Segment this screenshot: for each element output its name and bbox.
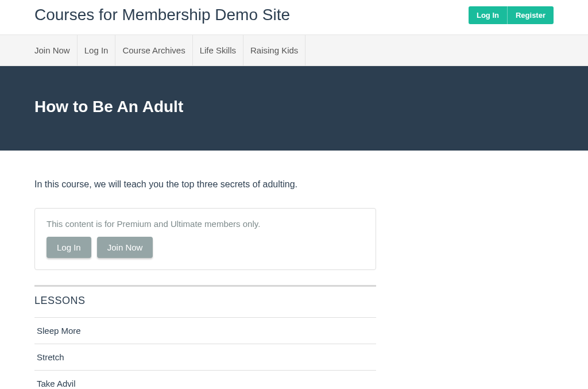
lesson-list: Sleep More Stretch Take Advil — [34, 317, 376, 389]
lesson-item[interactable]: Take Advil — [34, 371, 376, 389]
nav-item-join-now[interactable]: Join Now — [34, 35, 78, 66]
restricted-button-row: Log In Join Now — [47, 237, 364, 258]
site-title[interactable]: Courses for Membership Demo Site — [34, 6, 290, 24]
login-button[interactable]: Log In — [469, 6, 508, 24]
nav-item-life-skills[interactable]: Life Skills — [193, 35, 243, 66]
nav-item-log-in[interactable]: Log In — [78, 35, 116, 66]
auth-button-group: Log In Register — [469, 6, 554, 24]
main-content: In this course, we will teach you the to… — [0, 151, 413, 389]
main-nav: Join Now Log In Course Archives Life Ski… — [0, 35, 588, 66]
nav-list: Join Now Log In Course Archives Life Ski… — [34, 35, 554, 66]
register-button[interactable]: Register — [508, 6, 554, 24]
restricted-message: This content is for Premium and Ultimate… — [47, 219, 364, 229]
restricted-join-button[interactable]: Join Now — [97, 237, 153, 258]
restricted-login-button[interactable]: Log In — [47, 237, 91, 258]
page-title: How to Be An Adult — [34, 98, 554, 116]
lesson-item[interactable]: Sleep More — [34, 317, 376, 344]
restricted-content-box: This content is for Premium and Ultimate… — [34, 208, 376, 270]
course-intro: In this course, we will teach you the to… — [34, 179, 379, 190]
nav-item-course-archives[interactable]: Course Archives — [115, 35, 192, 66]
lesson-item[interactable]: Stretch — [34, 344, 376, 371]
top-bar: Courses for Membership Demo Site Log In … — [0, 0, 588, 35]
nav-item-raising-kids[interactable]: Raising Kids — [243, 35, 305, 66]
hero-banner: How to Be An Adult — [0, 66, 588, 151]
lessons-heading: LESSONS — [34, 295, 379, 307]
divider — [34, 285, 376, 287]
